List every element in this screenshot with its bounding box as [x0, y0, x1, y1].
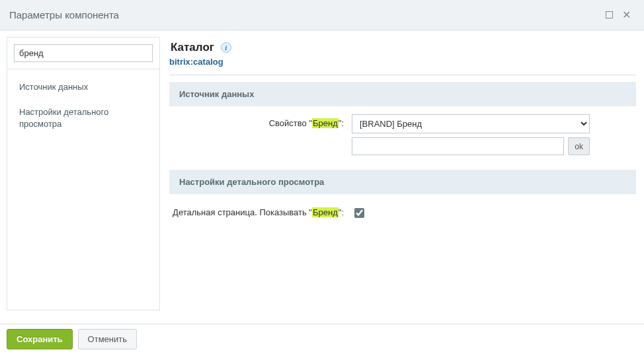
sidebar-items: Источник данных Настройки детального про…	[7, 69, 159, 143]
param-row-show-brand: Детальная страница. Показывать "Бренд":	[169, 194, 636, 228]
save-button[interactable]: Сохранить	[7, 329, 73, 349]
main-panel: Каталог i bitrix:catalog Источник данных…	[167, 37, 637, 310]
section-header-datasource: Источник данных	[169, 82, 636, 106]
ok-button[interactable]: ok	[568, 137, 590, 155]
component-header: Каталог i	[169, 40, 636, 55]
highlight-text: Бренд	[312, 118, 339, 128]
sidebar: Источник данных Настройки детального про…	[7, 37, 160, 310]
brand-property-text-row: ok	[352, 137, 590, 155]
show-brand-checkbox[interactable]	[354, 208, 364, 218]
close-icon[interactable]: ✕	[618, 7, 635, 24]
param-field-brand-property: [BRAND] Бренд ok	[352, 114, 590, 155]
cancel-button[interactable]: Отменить	[78, 329, 137, 349]
param-row-brand-property: Свойство "Бренд": [BRAND] Бренд ok	[169, 106, 636, 163]
divider	[169, 75, 636, 75]
search-wrap	[7, 38, 159, 69]
highlight-text: Бренд	[312, 207, 339, 217]
param-field-show-brand	[352, 203, 366, 220]
window-title: Параметры компонента	[9, 9, 600, 20]
dialog-footer: Сохранить Отменить	[0, 324, 644, 354]
search-input[interactable]	[14, 44, 153, 62]
param-label-brand-property: Свойство "Бренд":	[171, 114, 344, 128]
section-header-detail: Настройки детального просмотра	[169, 170, 636, 194]
component-code: bitrix:catalog	[169, 57, 636, 67]
brand-property-input[interactable]	[352, 137, 564, 155]
sidebar-item-datasource[interactable]: Источник данных	[7, 76, 159, 98]
param-label-show-brand: Детальная страница. Показывать "Бренд":	[171, 203, 344, 217]
info-icon[interactable]: i	[221, 42, 231, 53]
maximize-icon[interactable]	[600, 7, 618, 24]
dialog-body: Источник данных Настройки детального про…	[0, 30, 644, 317]
brand-property-select[interactable]: [BRAND] Бренд	[352, 114, 590, 133]
component-title: Каталог	[171, 41, 214, 54]
sidebar-item-detail[interactable]: Настройки детального просмотра	[7, 101, 159, 135]
titlebar: Параметры компонента ✕	[0, 0, 644, 30]
dialog-window: Параметры компонента ✕ Источник данных Н…	[0, 0, 644, 354]
